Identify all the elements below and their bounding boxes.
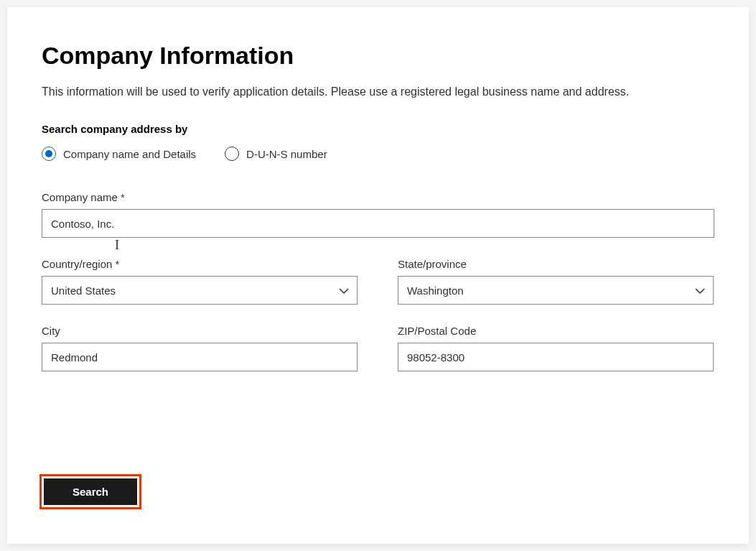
text-cursor-icon: I	[115, 238, 119, 253]
page-title: Company Information	[42, 42, 714, 70]
radio-selected-icon	[42, 147, 56, 161]
zip-postal-label: ZIP/Postal Code	[398, 325, 714, 337]
country-region-value: United States	[51, 284, 116, 297]
country-region-group: Country/region * United States	[42, 258, 358, 305]
company-name-input[interactable]	[42, 209, 714, 238]
state-province-group: State/province Washington	[398, 258, 714, 305]
company-information-form: Company Information This information wil…	[7, 7, 749, 544]
country-region-label: Country/region *	[42, 258, 358, 270]
city-label: City	[42, 325, 358, 337]
state-province-value: Washington	[407, 284, 464, 297]
search-button-highlight: Search	[39, 474, 141, 509]
city-input[interactable]	[42, 343, 358, 371]
state-province-label: State/province	[398, 258, 714, 270]
zip-postal-group: ZIP/Postal Code	[398, 325, 714, 371]
zip-postal-input[interactable]	[398, 343, 714, 371]
country-region-select[interactable]: United States	[42, 276, 358, 305]
radio-duns-number[interactable]: D-U-N-S number	[225, 147, 327, 161]
search-button[interactable]: Search	[44, 478, 137, 505]
company-name-label: Company name *	[42, 191, 714, 203]
page-description: This information will be used to verify …	[42, 85, 714, 98]
state-province-select[interactable]: Washington	[398, 276, 714, 305]
search-by-radio-group: Company name and Details D-U-N-S number	[42, 147, 714, 161]
radio-unselected-icon	[225, 147, 239, 161]
company-name-group: Company name *	[42, 191, 714, 238]
radio-company-name-details[interactable]: Company name and Details	[42, 147, 196, 161]
city-group: City	[42, 325, 358, 371]
radio-label: Company name and Details	[63, 148, 196, 160]
search-by-label: Search company address by	[42, 123, 714, 135]
radio-label: D-U-N-S number	[246, 148, 327, 160]
